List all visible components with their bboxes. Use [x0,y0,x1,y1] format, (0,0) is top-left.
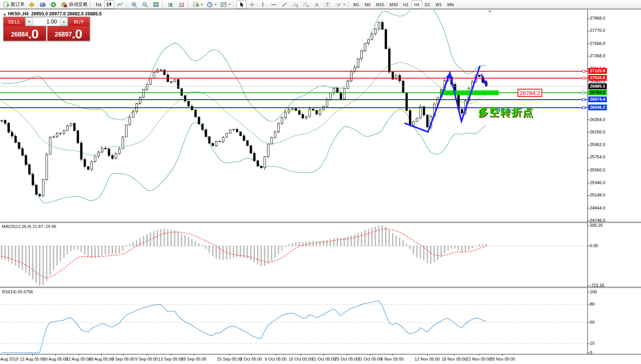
auto-trading-button[interactable]: 自动交易 [59,0,89,9]
volume-decrease-button[interactable]: ▼ [25,17,33,26]
candle-body [22,149,23,156]
price-tag-label[interactable]: 26784.2 [518,89,542,97]
timeframe-button-mn[interactable]: MN [445,0,456,9]
trendline-button[interactable] [280,0,290,9]
macd-label: MACD(12,26,9) 21.87 -19.96 [2,224,56,229]
price-axis-tick-label: 25754.0 [590,155,605,159]
vertical-line-button[interactable] [258,0,268,9]
horizontal-line-button[interactable] [269,0,279,9]
support-zone-highlight[interactable] [440,90,499,95]
main-chart-pane[interactable] [0,10,641,222]
volume-increase-button[interactable]: ▲ [60,17,68,26]
chevron-down-icon[interactable]: ▾ [215,3,216,6]
macd-histogram-bar [423,246,424,260]
strategy-tester-button[interactable] [48,0,58,9]
macd-histogram-bar [181,234,182,246]
zoom-in-button[interactable] [130,0,140,9]
macd-histogram-bar [368,229,369,246]
collapse-triangle-icon[interactable]: ▲ [3,12,7,16]
fibonacci-button[interactable]: F [301,0,311,9]
macd-histogram-bar [288,244,289,246]
arrows-button[interactable]: ▾ [333,0,346,9]
bar-chart-button[interactable] [93,0,103,9]
candle-body [326,100,328,106]
candle-body [305,117,307,118]
chevron-down-icon[interactable]: ▾ [201,3,203,6]
market-watch-button[interactable] [27,0,37,9]
macd-histogram-bar [486,244,486,246]
timeframe-button-m5[interactable]: M5 [362,0,373,9]
pane-divider[interactable] [0,287,641,288]
timeframe-button-d1[interactable]: D1 [422,0,433,9]
candle-body [219,141,221,142]
candle-body [226,133,228,137]
macd-histogram-bar [88,246,88,257]
channel-button[interactable]: E [290,0,300,9]
candle-body [375,29,376,34]
buy-price-display[interactable]: 26897.0 [47,26,90,41]
new-order-button[interactable]: 新订单 [1,0,26,9]
macd-histogram-bar [482,244,483,246]
timeframe-button-m1[interactable]: M1 [351,0,362,9]
chart-shift-marker-icon[interactable] [488,10,492,13]
timeframe-button-h1[interactable]: H1 [400,0,411,9]
macd-histogram-bar [406,244,407,246]
macd-histogram-bar [309,241,310,246]
price-axis-tick-label: 25550.0 [590,168,605,172]
candle-body [385,30,387,49]
timeframe-button-h4[interactable]: H4 [411,0,422,9]
candle-body [101,148,103,152]
chevron-down-icon[interactable]: ▾ [229,3,230,6]
templates-button[interactable]: ▾ [219,0,232,9]
time-axis[interactable]: 6 Aug 201912 Aug 05:0016 Aug 05:0022 Aug… [0,354,641,364]
pane-divider[interactable] [0,222,641,223]
tile-windows-button[interactable] [151,0,161,9]
time-axis-tick [171,354,171,356]
auto-scroll-button[interactable] [166,0,176,9]
candle-body [240,132,241,136]
timeframe-button-m15[interactable]: M15 [373,0,387,9]
macd-histogram-bar [430,246,431,263]
periods-button[interactable]: ▾ [205,0,218,9]
buy-button[interactable]: BUY [68,17,90,26]
chart-shift-button[interactable] [176,0,186,9]
fibo-icon: F [303,2,310,8]
line-endpoint-handle[interactable] [583,91,585,94]
macd-pane[interactable] [0,223,641,287]
candle-body [122,137,124,149]
sell-price-display[interactable]: 26884.0 [3,26,46,41]
macd-histogram-bar [299,242,300,246]
price-level-tag: 26546.2 [588,105,607,110]
svg-text:A: A [315,2,319,8]
line-endpoint-handle[interactable] [583,70,585,72]
candle-body [28,165,30,174]
macd-histogram-bar [427,246,428,263]
macd-histogram-bar [136,240,137,246]
rsi-pane[interactable] [0,288,641,354]
zoom-out-button[interactable] [140,0,150,9]
terminal-button[interactable] [38,0,48,9]
text-button[interactable]: A [312,0,322,9]
sell-button[interactable]: SELL [3,17,25,26]
chevron-down-icon[interactable]: ▾ [343,3,345,6]
volume-input[interactable]: 1.00 [33,18,60,25]
indicators-button[interactable]: ▾ [191,0,204,9]
macd-histogram-bar [67,246,68,254]
timeframe-button-w1[interactable]: W1 [433,0,445,9]
line-endpoint-handle[interactable] [583,77,585,79]
tester-icon [50,2,57,8]
text-label-button[interactable]: T [323,0,333,9]
crosshair-button[interactable] [247,0,257,9]
price-axis-tick-label: 27368.0 [590,53,605,58]
time-axis-tick [55,354,56,356]
candle-body [150,78,152,85]
timeframe-button-m30[interactable]: M30 [387,0,400,9]
chart-symbol-period: HK50-,H4 [8,11,28,17]
line-endpoint-handle[interactable] [583,98,585,101]
line-endpoint-handle[interactable] [583,106,585,109]
candle-body [32,174,34,185]
line-chart-button[interactable] [115,0,125,9]
candle-body [4,120,6,123]
candlestick-chart-button[interactable] [104,0,114,9]
cursor-button[interactable] [236,0,246,9]
